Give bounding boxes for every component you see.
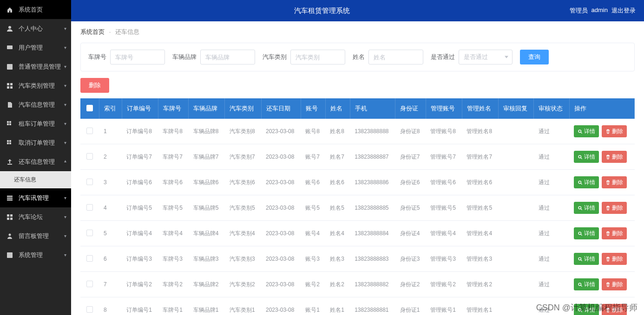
cell: 2023-03-08 — [261, 221, 301, 246]
detail-button[interactable]: 详情 — [574, 253, 599, 265]
sidebar-item-3[interactable]: 普通管理员管理▾ — [0, 57, 71, 76]
sidebar-item-9[interactable]: 汽车讯管理▾ — [0, 188, 71, 207]
cell: 姓名4 — [325, 221, 350, 246]
chevron-down-icon: ▾ — [64, 45, 66, 50]
row-delete-button[interactable]: 删除 — [602, 304, 627, 315]
cell: 账号1 — [301, 297, 325, 315]
cell: 13823888882 — [350, 272, 395, 297]
search-button[interactable]: 查询 — [520, 50, 549, 64]
chevron-down-icon: ▾ — [64, 102, 66, 107]
cell: 账号8 — [301, 119, 325, 144]
cell: 2023-03-08 — [261, 297, 301, 315]
sidebar-item-8[interactable]: 还车信息管理▾ — [0, 152, 71, 171]
row-delete-button[interactable]: 删除 — [602, 278, 627, 290]
row-checkbox[interactable] — [86, 204, 93, 211]
svg-rect-6 — [10, 86, 13, 89]
cell: 汽车类别2 — [225, 272, 261, 297]
cell: 姓名6 — [325, 170, 350, 195]
cell: 汽车类别8 — [225, 119, 261, 144]
cell: 管理账号1 — [426, 297, 462, 315]
row-checkbox[interactable] — [86, 128, 93, 134]
svg-point-25 — [578, 206, 581, 209]
cell: 通过 — [534, 221, 569, 246]
svg-point-23 — [578, 155, 581, 158]
select-all-checkbox[interactable] — [86, 105, 93, 111]
username: admin — [591, 6, 608, 15]
detail-button[interactable]: 详情 — [574, 125, 599, 137]
row-delete-button[interactable]: 删除 — [602, 227, 627, 239]
detail-button[interactable]: 详情 — [574, 227, 599, 239]
sidebar-item-label: 用户管理 — [19, 44, 43, 52]
filter-brand-input[interactable] — [200, 50, 255, 64]
sidebar-subitem[interactable]: 还车信息 — [0, 171, 71, 188]
detail-button[interactable]: 详情 — [574, 278, 599, 290]
row-checkbox[interactable] — [86, 281, 93, 287]
sidebar-item-label: 汽车讯管理 — [19, 194, 49, 202]
cell: 2023-03-08 — [261, 272, 301, 297]
sidebar-item-2[interactable]: 用户管理▾ — [0, 38, 71, 57]
row-checkbox[interactable] — [86, 230, 93, 236]
row-delete-button[interactable]: 删除 — [602, 253, 627, 265]
row-delete-button[interactable]: 删除 — [602, 151, 627, 163]
sidebar-item-label: 系统首页 — [19, 6, 43, 14]
row-checkbox[interactable] — [86, 179, 93, 185]
bulk-delete-button[interactable]: 删除 — [80, 78, 109, 93]
col-header: 审核回复 — [499, 98, 534, 119]
col-header: 手机 — [350, 98, 395, 119]
detail-button[interactable]: 详情 — [574, 151, 599, 163]
chevron-down-icon: ▾ — [64, 64, 66, 69]
sidebar-item-6[interactable]: 租车订单管理▾ — [0, 114, 71, 133]
detail-button[interactable]: 详情 — [574, 202, 599, 214]
row-delete-button[interactable]: 删除 — [602, 176, 627, 188]
svg-rect-16 — [7, 214, 9, 217]
col-header: 管理姓名 — [462, 98, 498, 119]
row-delete-button[interactable]: 删除 — [602, 202, 627, 214]
detail-button[interactable]: 详情 — [574, 176, 599, 188]
filter-name-label: 姓名 — [353, 53, 365, 61]
row-delete-button[interactable]: 删除 — [602, 125, 627, 137]
tiles-icon — [6, 139, 14, 147]
cell: 通过 — [534, 297, 569, 315]
sidebar-item-4[interactable]: 汽车类别管理▾ — [0, 76, 71, 95]
cell: 管理姓名5 — [462, 195, 498, 221]
row-checkbox[interactable] — [86, 306, 93, 313]
cell: 车牌号4 — [158, 221, 189, 246]
detail-button[interactable]: 详情 — [574, 304, 599, 315]
filter-name-input[interactable] — [368, 50, 423, 64]
col-header: 姓名 — [325, 98, 350, 119]
sidebar-item-0[interactable]: 系统首页 — [0, 0, 71, 19]
filter-type-input[interactable] — [290, 50, 345, 64]
list-icon — [6, 194, 14, 202]
sidebar-item-7[interactable]: 取消订单管理▾ — [0, 133, 71, 152]
cell: 13823888884 — [350, 221, 395, 246]
cell: 车辆品牌5 — [189, 195, 225, 221]
sidebar-item-12[interactable]: 系统管理▾ — [0, 245, 71, 264]
sidebar-item-11[interactable]: 留言板管理▾ — [0, 226, 71, 245]
cell: 管理姓名4 — [462, 221, 498, 246]
filter-plate-input[interactable] — [110, 50, 165, 64]
filter-pass-select[interactable]: 是否通过 — [459, 50, 513, 64]
tv-icon — [6, 44, 14, 52]
breadcrumb-home[interactable]: 系统首页 — [80, 28, 105, 35]
cell: 管理姓名3 — [462, 246, 498, 272]
cell — [499, 272, 534, 297]
cell: 管理账号2 — [426, 272, 462, 297]
col-header: 账号 — [301, 98, 325, 119]
sidebar-item-label: 取消订单管理 — [19, 139, 55, 147]
cell: 3 — [99, 170, 122, 195]
logout-link[interactable]: 退出登录 — [611, 6, 636, 15]
svg-point-29 — [578, 309, 581, 311]
sidebar-item-10[interactable]: 汽车论坛▾ — [0, 207, 71, 226]
sidebar-item-1[interactable]: 个人中心▾ — [0, 19, 71, 38]
col-header: 还车日期 — [261, 98, 301, 119]
cell: 订单编号6 — [122, 170, 158, 195]
cell: 车牌号5 — [158, 195, 189, 221]
filter-pass-label: 是否通过 — [431, 53, 455, 61]
cell: 2023-03-08 — [261, 195, 301, 221]
row-checkbox[interactable] — [86, 153, 93, 160]
col-header: 管理账号 — [426, 98, 462, 119]
cell: 车辆品牌3 — [189, 246, 225, 272]
sidebar-item-5[interactable]: 汽车信息管理▾ — [0, 95, 71, 114]
cell: 车辆品牌4 — [189, 221, 225, 246]
row-checkbox[interactable] — [86, 255, 93, 262]
